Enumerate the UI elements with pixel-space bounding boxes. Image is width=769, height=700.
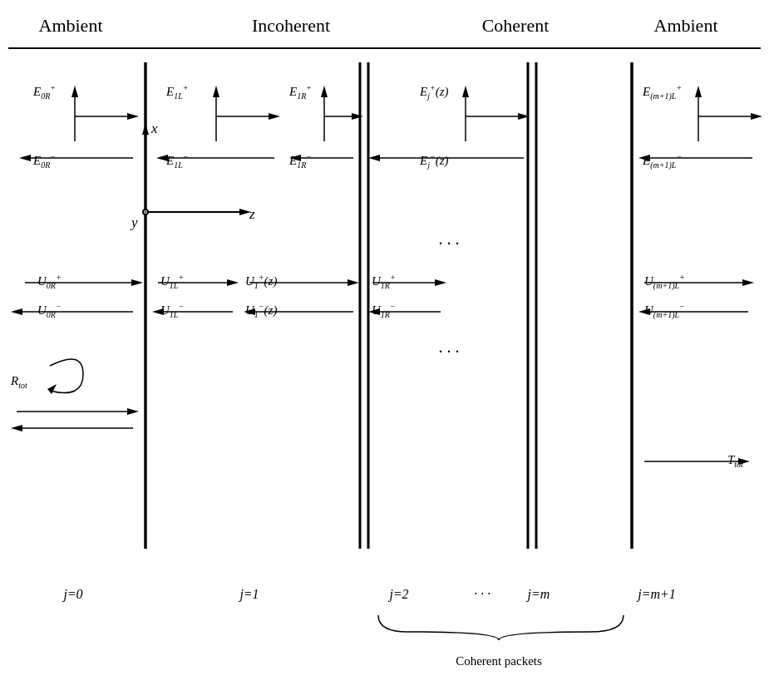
label-E1R-minus: E1R− — [289, 152, 312, 170]
svg-marker-51 — [348, 279, 359, 286]
svg-point-11 — [142, 209, 149, 215]
label-incoherent: Incoherent — [208, 15, 374, 37]
label-ambient-right: Ambient — [632, 15, 740, 37]
svg-text:Coherent packets: Coherent packets — [456, 654, 542, 668]
label-E1R-plus: E1R+ — [289, 83, 312, 101]
label-Ej-minus: Ej−(z) — [420, 152, 449, 170]
label-Ej-plus: Ej+(z) — [420, 83, 449, 101]
label-E1L-minus: E1L− — [166, 152, 188, 170]
label-U1R-plus: U1R+ — [372, 273, 396, 290]
svg-text:· · ·: · · · — [439, 234, 460, 253]
label-U1-plus-z: U1+(z) — [245, 273, 277, 290]
svg-marker-61 — [742, 279, 754, 286]
label-E0R-plus: E0R+ — [33, 83, 56, 101]
label-coherent: Coherent — [449, 15, 582, 37]
label-Um1L-plus: U(m+1)L+ — [644, 273, 685, 290]
label-E0R-minus: E0R− — [33, 152, 56, 170]
label-U1-minus-z: U1−(z) — [245, 302, 277, 319]
label-Rtot: Rtot — [11, 374, 27, 390]
svg-marker-45 — [131, 279, 143, 286]
svg-marker-37 — [368, 155, 380, 161]
svg-point-13 — [145, 211, 146, 213]
svg-marker-15 — [71, 86, 78, 97]
diagram: Ambient Incoherent Coherent Ambient — [0, 0, 769, 700]
svg-text:· · ·: · · · — [474, 587, 490, 601]
svg-text:· · ·: · · · — [439, 343, 460, 361]
svg-text:j=0: j=0 — [62, 587, 82, 602]
svg-text:j=m+1: j=m+1 — [636, 587, 676, 602]
svg-marker-47 — [11, 308, 22, 315]
svg-marker-49 — [227, 279, 239, 286]
svg-marker-39 — [695, 86, 702, 97]
main-svg: · · · · · · j=0 j=1 j=2 · · · j=m j=m+1 … — [0, 0, 769, 700]
svg-marker-35 — [518, 113, 530, 120]
svg-marker-66 — [127, 408, 139, 415]
svg-marker-19 — [19, 155, 31, 161]
svg-marker-23 — [269, 113, 280, 120]
svg-text:j=1: j=1 — [238, 587, 259, 602]
label-U1L-plus: U1L+ — [160, 273, 184, 290]
label-U1L-minus: U1L− — [160, 302, 184, 319]
label-Um1L-minus: U(m+1)L− — [644, 302, 685, 319]
label-E1L-plus: E1L+ — [166, 83, 188, 101]
svg-text:j=m: j=m — [526, 587, 550, 602]
svg-marker-29 — [352, 113, 363, 120]
svg-marker-64 — [47, 384, 57, 394]
label-Ttot: Ttot — [727, 453, 743, 469]
label-Em1L-minus: E(m+1)L− — [643, 152, 682, 170]
axis-x-label: x — [151, 121, 158, 137]
label-U0R-minus: U0R− — [37, 302, 62, 319]
svg-marker-41 — [751, 113, 762, 120]
axis-z-label: z — [249, 206, 255, 223]
label-ambient-left: Ambient — [17, 15, 125, 37]
svg-marker-27 — [321, 86, 328, 97]
label-U0R-plus: U0R+ — [37, 273, 62, 290]
svg-marker-33 — [462, 86, 469, 97]
axis-y-label: y — [131, 214, 138, 231]
svg-marker-68 — [11, 425, 22, 431]
svg-point-12 — [144, 210, 147, 214]
label-Em1L-plus: E(m+1)L+ — [643, 83, 682, 101]
svg-marker-53 — [435, 279, 446, 286]
svg-marker-17 — [127, 113, 139, 120]
svg-marker-21 — [213, 86, 219, 97]
svg-marker-8 — [142, 123, 149, 135]
label-U1R-minus: U1R− — [372, 302, 396, 319]
svg-text:j=2: j=2 — [387, 587, 408, 602]
